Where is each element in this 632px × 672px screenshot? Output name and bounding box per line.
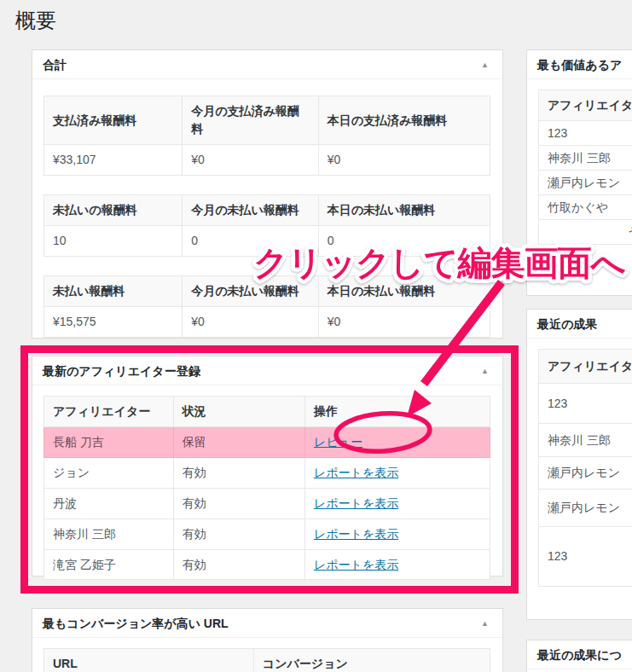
panel-top-converting-urls: 最もコンバージョン率が高い URL ▲ URL コンバージョン — [32, 608, 503, 672]
panel-recent-header: 最近の成果 — [527, 310, 632, 339]
column-header: 支払済み報酬料 — [44, 96, 183, 145]
view-report-link[interactable]: レポートを表示 — [314, 527, 398, 541]
unpaid-month-value: 0 — [183, 225, 319, 256]
affiliate-name: う — [539, 220, 632, 245]
table-row: 瀬戸内レモン — [539, 457, 632, 490]
affiliate-status: 有効 — [173, 518, 304, 549]
table-row: 10 0 0 — [44, 225, 490, 256]
collapse-toggle-icon[interactable]: ▲ — [481, 365, 489, 377]
column-header: 今月の支払済み報酬料 — [183, 96, 319, 145]
unpaid-earnings-total-value: ¥15,575 — [44, 306, 183, 337]
table-row: 滝宮 乙姫子 有効 レポートを表示 — [44, 549, 490, 580]
panel-totals-title: 合計 — [43, 58, 67, 72]
table-row: 神奈川 三郎 — [539, 146, 632, 171]
table-row: 竹取かぐや — [539, 195, 632, 220]
unpaid-today-value: 0 — [318, 225, 490, 256]
affiliate-name: 滝宮 乙姫子 — [44, 549, 174, 580]
table-row: 瀬戸内レモン — [539, 490, 632, 527]
table-row: う — [539, 220, 632, 245]
table-row: 123 — [539, 121, 632, 146]
panel-visits-header: 最近の成果につ — [527, 640, 632, 669]
paid-today-value: ¥0 — [318, 145, 490, 176]
column-header-url: URL — [44, 649, 254, 672]
affiliate-name: 竹取かぐや — [539, 195, 632, 220]
affiliate-name: 丹波 — [44, 488, 174, 518]
column-header: 本日の未払い報酬料 — [318, 275, 490, 306]
page-title: 概要 — [15, 7, 56, 34]
affiliate-name: 瀬戸内レモン — [539, 171, 632, 195]
unpaid-earnings-month-value: ¥0 — [183, 306, 319, 337]
column-header-action: 操作 — [304, 397, 490, 427]
table-row: 123 — [539, 527, 632, 587]
table-row-pending-affiliate: 長船 刀吉 保留 レビュー — [44, 427, 490, 458]
panel-valuable-body: アフィリエイター 123 神奈川 三郎 瀬戸内レモン 竹取かぐや う — [527, 79, 632, 255]
column-header: 今月の未払い報酬料 — [183, 275, 319, 306]
affiliate-name: 瀬戸内レモン — [539, 457, 632, 490]
paid-total-value: ¥33,107 — [44, 145, 183, 176]
unpaid-earnings-today-value: ¥0 — [318, 306, 490, 337]
panel-visits-title: 最近の成果につ — [537, 648, 622, 662]
affiliate-name: 神奈川 三郎 — [539, 146, 632, 171]
panel-most-valuable-affiliates: 最も価値あるア アフィリエイター 123 神奈川 三郎 瀬戸内レモン 竹取かぐや… — [526, 49, 632, 296]
affiliate-name: ジョン — [44, 457, 174, 488]
table-row: ジョン 有効 レポートを表示 — [44, 457, 490, 488]
affiliate-status: 保留 — [173, 427, 304, 458]
table-row: ¥33,107 ¥0 ¥0 — [44, 145, 490, 176]
affiliate-name: 瀬戸内レモン — [539, 490, 632, 527]
column-header-conversion: コンバージョン — [253, 649, 490, 672]
panel-latest-body: アフィリエイター 状況 操作 長船 刀吉 保留 レビュー ジョン 有効 レポート… — [32, 385, 502, 590]
panel-totals-header: 合計 ▲ — [32, 50, 502, 79]
affiliate-status: 有効 — [173, 488, 304, 518]
panel-totals-body: 支払済み報酬料 今月の支払済み報酬料 本日の支払済み報酬料 ¥33,107 ¥0… — [32, 79, 502, 348]
panel-recent-body: アフィリエイター 123 神奈川 三郎 瀬戸内レモン 瀬戸内レモン 123 — [527, 339, 632, 597]
view-report-link[interactable]: レポートを表示 — [314, 558, 398, 571]
paid-month-value: ¥0 — [183, 145, 319, 176]
table-row: ¥15,575 ¥0 ¥0 — [44, 306, 490, 337]
paid-earnings-table: 支払済み報酬料 今月の支払済み報酬料 本日の支払済み報酬料 ¥33,107 ¥0… — [43, 96, 490, 176]
collapse-toggle-icon[interactable]: ▲ — [481, 59, 489, 71]
table-row: 神奈川 三郎 有効 レポートを表示 — [44, 518, 490, 549]
panel-recent-referral-visits: 最近の成果につ — [526, 640, 632, 672]
table-row: 神奈川 三郎 — [539, 424, 632, 457]
panel-valuable-header: 最も価値あるア — [527, 50, 632, 79]
collapse-toggle-icon[interactable]: ▲ — [481, 617, 489, 629]
unpaid-count-table: 未払いの報酬料 今月の未払い報酬料 本日の未払い報酬料 10 0 0 — [43, 194, 490, 257]
column-header: 未払い報酬料 — [44, 275, 183, 306]
table-row: 丹波 有効 レポートを表示 — [44, 488, 490, 518]
affiliate-name: 123 — [539, 384, 632, 424]
table-row: 瀬戸内レモン — [539, 171, 632, 195]
affiliate-name: 神奈川 三郎 — [539, 424, 632, 457]
panel-urls-title: 最もコンバージョン率が高い URL — [43, 617, 229, 630]
panel-valuable-title: 最も価値あるア — [537, 58, 622, 72]
column-header: 本日の未払い報酬料 — [318, 194, 490, 225]
unpaid-total-value: 10 — [44, 225, 183, 256]
review-link[interactable]: レビュー — [314, 435, 362, 449]
panel-latest-affiliates: 最新のアフィリエイター登録 ▲ アフィリエイター 状況 操作 長船 刀吉 保留 … — [32, 356, 503, 576]
column-header-affiliate: アフィリエイター — [44, 397, 174, 427]
panel-urls-body: URL コンバージョン — [32, 638, 502, 672]
panel-latest-title: 最新のアフィリエイター登録 — [43, 364, 200, 378]
affiliate-name: 123 — [539, 121, 632, 146]
unpaid-earnings-table: 未払い報酬料 今月の未払い報酬料 本日の未払い報酬料 ¥15,575 ¥0 ¥0 — [43, 275, 490, 338]
affiliate-name: 123 — [539, 527, 632, 587]
column-header: 今月の未払い報酬料 — [183, 194, 319, 225]
panel-latest-header: 最新のアフィリエイター登録 ▲ — [32, 356, 502, 385]
panel-recent-title: 最近の成果 — [537, 317, 597, 331]
column-header: 本日の支払済み報酬料 — [318, 96, 490, 145]
affiliate-status: 有効 — [173, 549, 304, 580]
view-report-link[interactable]: レポートを表示 — [314, 496, 398, 510]
affiliate-name: 長船 刀吉 — [44, 427, 174, 458]
column-header-affiliate: アフィリエイター — [539, 350, 632, 384]
table-row: 123 — [539, 384, 632, 424]
affiliate-status: 有効 — [173, 457, 304, 488]
column-header-affiliate: アフィリエイター — [539, 90, 632, 121]
column-header-status: 状況 — [173, 397, 304, 427]
column-header: 未払いの報酬料 — [44, 194, 183, 225]
panel-totals: 合計 ▲ 支払済み報酬料 今月の支払済み報酬料 本日の支払済み報酬料 ¥33,1… — [32, 49, 503, 339]
view-report-link[interactable]: レポートを表示 — [314, 466, 398, 479]
affiliate-name: 神奈川 三郎 — [44, 518, 174, 549]
panel-recent-referrals: 最近の成果 アフィリエイター 123 神奈川 三郎 瀬戸内レモン 瀬戸内レモン … — [526, 309, 632, 620]
panel-urls-header: 最もコンバージョン率が高い URL ▲ — [32, 609, 502, 638]
